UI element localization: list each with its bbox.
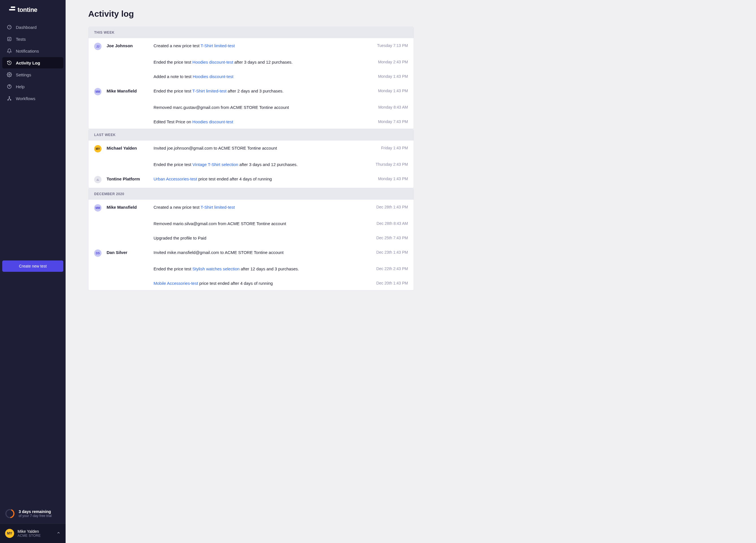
log-row-user [107, 280, 149, 281]
log-row-user: Mike Mansfield [107, 204, 149, 209]
activity-log: THIS WEEKJJJoe JohnsonCreated a new pric… [88, 27, 414, 291]
log-row-link[interactable]: Hoodies discount-test [193, 74, 233, 79]
log-row-user [107, 266, 149, 266]
log-row: Edited Test Price on Hoodies discount-te… [88, 114, 414, 129]
log-section: DECEMBER 2020MMMike MansfieldCreated a n… [88, 188, 414, 291]
log-row-link[interactable]: Stylish watches selection [193, 266, 240, 271]
logo-mark-icon [9, 7, 16, 13]
log-row-link[interactable]: Hoodies discount-test [192, 119, 233, 124]
log-row-link[interactable]: T-Shirt limited-test [200, 43, 235, 48]
gear-icon [7, 72, 12, 77]
logo[interactable]: tontine [0, 0, 66, 19]
log-row-time: Dec 22th 2:43 PM [376, 266, 408, 271]
log-row-link[interactable]: T-Shirt limited-test [200, 205, 235, 209]
log-row-description: Created a new price test T-Shirt limited… [154, 43, 373, 48]
log-row-link[interactable]: Urban Accessories-test [154, 176, 197, 181]
log-row-time: Dec 23th 1:43 PM [376, 249, 408, 254]
log-row: Mobile Accessories-test price test ended… [88, 276, 414, 290]
avatar: MM [94, 204, 101, 211]
log-row-user [107, 220, 149, 221]
sidebar-item-activity-log[interactable]: Activity Log [2, 57, 63, 68]
log-row-link[interactable]: Vintage T-Shirt selection [193, 162, 238, 167]
log-row-description: Removed mario.silva@gmail.com from ACME … [154, 220, 372, 226]
log-row: MMMike MansfieldCreated a new price test… [88, 200, 414, 216]
sidebar-item-label: Help [16, 84, 25, 89]
log-row-user [107, 119, 149, 119]
svg-point-4 [9, 74, 10, 75]
sidebar-item-label: Activity Log [16, 60, 40, 65]
log-row-description: Urban Accessories-test price test ended … [154, 176, 373, 181]
log-row-user [107, 59, 149, 60]
log-row: Upgraded the profile to PaidDec 25th 7:4… [88, 230, 414, 245]
log-row-description: Ended the price test Hoodies discount-te… [154, 59, 373, 64]
log-section: LAST WEEKMYMichael YaldenInvited joe.joh… [88, 129, 414, 188]
page-title: Activity log [88, 9, 414, 19]
log-row-description: Ended the price test Stylish watches sel… [154, 266, 372, 271]
sidebar-item-notifications[interactable]: Notifications [2, 45, 63, 57]
avatar: MM [94, 88, 101, 95]
svg-point-7 [9, 96, 10, 97]
log-row-description: Ended the price test T-Shirt limited-tes… [154, 88, 373, 93]
log-row: Ended the price test Hoodies discount-te… [88, 55, 414, 69]
svg-point-8 [8, 99, 8, 100]
log-row-link[interactable]: T-Shirt limited-test [192, 88, 226, 93]
trial-ring-icon [5, 509, 15, 518]
logo-text: tontine [18, 6, 37, 14]
log-row-user: Joe Johnson [107, 43, 149, 48]
log-row-link[interactable]: Hoodies discount-test [193, 60, 233, 64]
sidebar-item-label: Tests [16, 37, 26, 42]
sidebar-item-label: Dashboard [16, 25, 36, 30]
avatar: MY [94, 145, 101, 152]
log-row-description: Mobile Accessories-test price test ended… [154, 280, 372, 286]
sidebar-item-settings[interactable]: Settings [2, 69, 63, 80]
log-row-time: Monday 1:43 PM [378, 176, 408, 181]
nav: DashboardTestsNotificationsActivity LogS… [0, 19, 66, 256]
log-row: Removed mario.silva@gmail.com from ACME … [88, 216, 414, 230]
help-icon [7, 84, 12, 89]
platform-avatar [94, 176, 101, 183]
gauge-icon [7, 25, 12, 30]
log-row-link[interactable]: Mobile Accessories-test [154, 281, 198, 286]
log-row: JJJoe JohnsonCreated a new price test T-… [88, 38, 414, 55]
sidebar-item-dashboard[interactable]: Dashboard [2, 21, 63, 33]
log-row-description: Invited joe.johnson@gmail.com to ACME ST… [154, 145, 377, 150]
create-test-button[interactable]: Create new test [2, 260, 63, 272]
log-row-user: Mike Mansfield [107, 88, 149, 93]
log-row-description: Upgraded the profile to Paid [154, 235, 372, 240]
user-box[interactable]: MY Mike Yalden ACME STORE [0, 523, 66, 543]
sidebar-item-tests[interactable]: Tests [2, 33, 63, 45]
log-row: Removed marc.gustav@gmail.com from ACME … [88, 100, 414, 114]
log-row: Added a note to test Hoodies discount-te… [88, 69, 414, 83]
log-row-avatar-cell: MY [94, 145, 102, 152]
log-row: MYMichael YaldenInvited joe.johnson@gmai… [88, 140, 414, 157]
log-row-description: Edited Test Price on Hoodies discount-te… [154, 119, 373, 124]
bar-icon [7, 36, 12, 42]
log-row-description: Ended the price test Vintage T-Shirt sel… [154, 161, 371, 167]
log-row-user: Dan Silver [107, 249, 149, 255]
section-header: DECEMBER 2020 [88, 188, 414, 200]
chevron-up-icon [57, 531, 61, 536]
section-header: LAST WEEK [88, 129, 414, 140]
log-row-user [107, 161, 149, 162]
avatar: DS [94, 249, 101, 257]
trial-days-remaining: 3 days remaining [19, 509, 52, 514]
log-row: Ended the price test Stylish watches sel… [88, 261, 414, 276]
log-row: Ended the price test Vintage T-Shirt sel… [88, 157, 414, 171]
log-row-time: Thursday 2:43 PM [376, 161, 408, 166]
log-row-user: Tontine Platform [107, 176, 149, 181]
log-row-description: Removed marc.gustav@gmail.com from ACME … [154, 104, 374, 110]
trial-sub: of your 7-day free trial [19, 514, 52, 518]
log-row: DSDan SilverInvited mike.mansfield@gmail… [88, 245, 414, 261]
log-row-time: Dec 28th 8:43 AM [377, 220, 408, 226]
workflow-icon [7, 96, 12, 101]
log-row-avatar-cell: MM [94, 204, 102, 211]
svg-point-9 [10, 99, 11, 100]
sidebar-item-help[interactable]: Help [2, 81, 63, 92]
sidebar-item-workflows[interactable]: Workflows [2, 93, 63, 104]
log-row: Tontine PlatformUrban Accessories-test p… [88, 171, 414, 188]
log-row-time: Dec 20th 1:43 PM [376, 280, 408, 286]
avatar: MY [5, 529, 14, 538]
log-row-avatar-cell [94, 176, 102, 183]
sidebar-item-label: Settings [16, 72, 31, 77]
trial-box[interactable]: 3 days remaining of your 7-day free tria… [0, 504, 66, 523]
